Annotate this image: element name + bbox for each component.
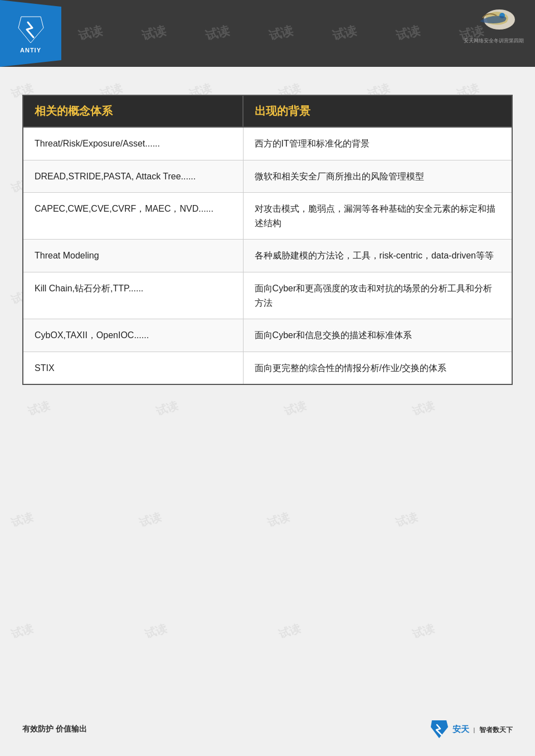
table-row: Threat Modeling各种威胁建模的方法论，工具，risk-centri… [23, 240, 512, 272]
table-cell-right-4: 面向Cyber和更高强度的攻击和对抗的场景的分析工具和分析方法 [243, 272, 512, 319]
bwm-27: 试读 [277, 621, 303, 642]
bwm-24: 试读 [394, 509, 420, 531]
table-header-row: 相关的概念体系 出现的背景 [23, 95, 512, 127]
table-cell-left-1: DREAD,STRIDE,PASTA, Attack Tree...... [23, 160, 243, 193]
page-footer: 有效防护 价值输出 安天 | 智者数天下 [0, 719, 535, 739]
col2-header: 出现的背景 [243, 95, 512, 127]
watermark-6: 试读 [394, 22, 422, 45]
footer-slogan: 有效防护 价值输出 [22, 724, 87, 734]
footer-brand-text: 安天 | 智者数天下 [453, 724, 513, 735]
watermark-1: 试读 [76, 22, 104, 45]
top-right-logo: 安天网络安全冬训营第四期 [464, 6, 524, 45]
table-row: CAPEC,CWE,CVE,CVRF，MAEC，NVD......对攻击模式，脆… [23, 193, 512, 240]
main-content: 相关的概念体系 出现的背景 Threat/Risk/Exposure/Asset… [0, 67, 535, 407]
logo-label: ANTIY [20, 47, 41, 53]
table-cell-left-0: Threat/Risk/Exposure/Asset...... [23, 127, 243, 160]
bwm-22: 试读 [138, 509, 164, 531]
bwm-28: 试读 [411, 621, 437, 642]
table-cell-right-2: 对攻击模式，脆弱点，漏洞等各种基础的安全元素的标定和描述结构 [243, 193, 512, 240]
watermark-2: 试读 [140, 22, 168, 45]
table-cell-left-6: STIX [23, 352, 243, 384]
table-row: CybOX,TAXII，OpenIOC......面向Cyber和信息交换的描述… [23, 319, 512, 352]
table-cell-left-4: Kill Chain,钻石分析,TTP...... [23, 272, 243, 319]
svg-marker-0 [18, 17, 43, 43]
concept-table: 相关的概念体系 出现的背景 Threat/Risk/Exposure/Asset… [22, 95, 513, 385]
logo-box: ANTIY [0, 0, 61, 67]
bwm-25: 试读 [9, 621, 36, 642]
table-row: Threat/Risk/Exposure/Asset......西方的IT管理和… [23, 127, 512, 160]
bwm-23: 试读 [266, 509, 292, 531]
table-cell-left-2: CAPEC,CWE,CVE,CVRF，MAEC，NVD...... [23, 193, 243, 240]
table-row: DREAD,STRIDE,PASTA, Attack Tree......微软和… [23, 160, 512, 193]
watermark-5: 试读 [330, 22, 358, 45]
top-right-subtitle: 安天网络安全冬训营第四期 [464, 37, 524, 45]
page-header: ANTIY 试读 试读 试读 试读 试读 试读 试读 安天网络安全冬训营第四期 [0, 0, 535, 67]
watermark-4: 试读 [267, 22, 295, 45]
table-cell-right-6: 面向更完整的综合性的情报分析/作业/交换的体系 [243, 352, 512, 384]
table-row: Kill Chain,钻石分析,TTP......面向Cyber和更高强度的攻击… [23, 272, 512, 319]
watermark-3: 试读 [203, 22, 231, 45]
bwm-26: 试读 [143, 621, 169, 642]
top-right-logo-svg [469, 6, 519, 36]
table-cell-right-3: 各种威胁建模的方法论，工具，risk-centric，data-driven等等 [243, 240, 512, 272]
table-cell-left-3: Threat Modeling [23, 240, 243, 272]
table-row: STIX面向更完整的综合性的情报分析/作业/交换的体系 [23, 352, 512, 384]
footer-logo-area: 安天 | 智者数天下 [429, 719, 513, 739]
footer-logo-icon [429, 719, 449, 739]
col1-header: 相关的概念体系 [23, 95, 243, 127]
header-watermarks: 试读 试读 试读 试读 试读 试读 试读 [0, 0, 535, 67]
antiy-logo-icon [16, 14, 46, 45]
table-cell-left-5: CybOX,TAXII，OpenIOC...... [23, 319, 243, 352]
table-cell-right-1: 微软和相关安全厂商所推出的风险管理模型 [243, 160, 512, 193]
footer-logo-label: 安天 | 智者数天下 [453, 725, 513, 734]
table-cell-right-0: 西方的IT管理和标准化的背景 [243, 127, 512, 160]
table-cell-right-5: 面向Cyber和信息交换的描述和标准体系 [243, 319, 512, 352]
bwm-21: 试读 [9, 509, 36, 531]
